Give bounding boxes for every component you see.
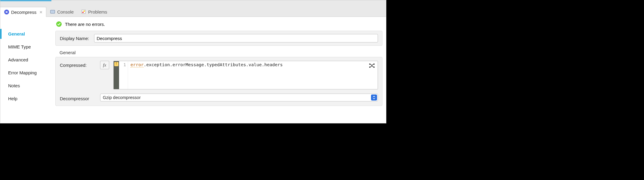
code-token-rest: .exception.errorMessage.typedAttributes.… (144, 62, 283, 67)
svg-point-7 (57, 22, 61, 26)
tab-decompress[interactable]: Decompress × (0, 7, 46, 17)
sidebar-item-advanced[interactable]: Advanced (0, 55, 53, 65)
decompressor-select-wrap (100, 94, 378, 101)
compress-icon (4, 9, 9, 15)
decompressor-row: Decompressor (60, 94, 378, 101)
status-text: There are no errors. (65, 22, 105, 27)
tab-problems[interactable]: Problems (77, 7, 111, 17)
chevron-updown-icon[interactable] (371, 95, 377, 101)
main-area: General MIME Type Advanced Error Mapping… (0, 17, 386, 123)
svg-point-5 (84, 11, 85, 12)
sidebar-item-mimetype[interactable]: MIME Type (0, 42, 53, 52)
compressed-label: Compressed: (60, 61, 96, 68)
check-circle-icon (56, 21, 62, 27)
section-title-general: General (53, 49, 386, 57)
warning-icon (114, 62, 118, 66)
decompressor-label: Decompressor (60, 94, 96, 101)
line-number: 1 (119, 61, 128, 89)
status-bar: There are no errors. (53, 17, 386, 31)
fx-button[interactable]: fx (100, 61, 109, 69)
content-area: There are no errors. Display Name: Gener… (53, 17, 386, 123)
general-panel: Compressed: fx 1 error.exception.errorMe… (55, 57, 382, 106)
expression-code[interactable]: error.exception.errorMessage.typedAttrib… (128, 61, 378, 89)
active-tab-accent (0, 0, 51, 1)
display-name-label: Display Name: (60, 36, 89, 41)
decompressor-select[interactable] (100, 94, 378, 101)
expression-editor[interactable]: 1 error.exception.errorMessage.typedAttr… (113, 61, 378, 89)
console-icon (50, 9, 55, 14)
display-name-panel: Display Name: (55, 31, 382, 46)
display-name-input[interactable] (94, 34, 378, 42)
svg-rect-3 (82, 10, 85, 14)
tab-label: Decompress (11, 10, 36, 15)
problems-icon (81, 9, 86, 14)
compressed-row: Compressed: fx 1 error.exception.errorMe… (60, 61, 378, 89)
sidebar-item-notes[interactable]: Notes (0, 81, 53, 91)
app-window: Decompress × Console Problems (0, 0, 386, 123)
sidebar-item-help[interactable]: Help (0, 94, 53, 104)
tab-strip: Decompress × Console Problems (0, 0, 386, 17)
tab-label: Problems (88, 9, 107, 14)
sidebar: General MIME Type Advanced Error Mapping… (0, 17, 53, 123)
code-token-error: error (130, 62, 144, 67)
svg-rect-2 (51, 11, 54, 13)
editor-gutter (114, 61, 119, 89)
tab-console[interactable]: Console (46, 7, 77, 17)
close-icon[interactable]: × (39, 10, 42, 15)
sidebar-item-errormapping[interactable]: Error Mapping (0, 68, 53, 78)
graph-icon[interactable] (368, 62, 376, 69)
sidebar-item-general[interactable]: General (0, 29, 53, 39)
tab-label: Console (57, 9, 74, 14)
svg-point-4 (82, 12, 84, 13)
